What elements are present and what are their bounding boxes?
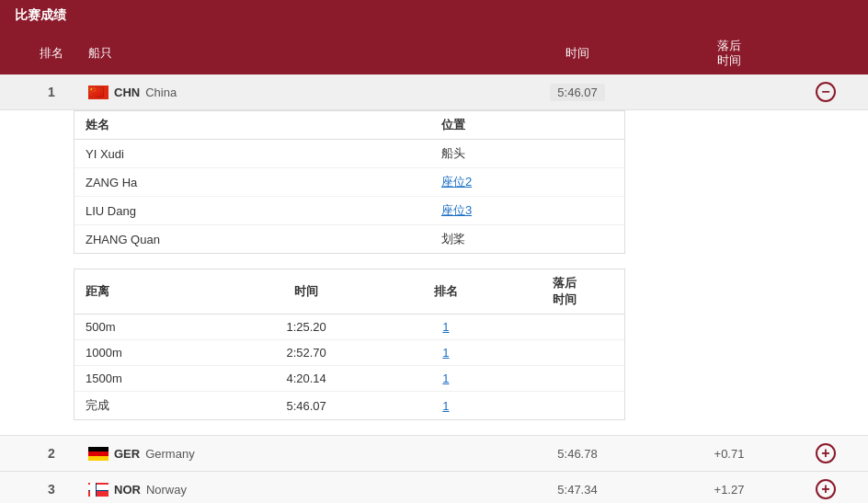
crew-table: 姓名 位置 YI Xudi 船头 ZANG Ha 座位2 [74,110,625,254]
split-row: 1500m 4:20.14 1 [74,366,624,392]
split-row: 1000m 2:52.70 1 [74,340,624,366]
time-2: 5:46.78 [495,447,660,461]
rank-1: 1 [15,85,88,99]
table-header: 排名 船只 时间 落后时间 [0,31,868,74]
boat-1: CHN China [88,86,346,99]
header-boat: 船只 [88,45,346,62]
crew-header-position: 位置 [430,111,624,140]
crew-row: ZHANG Quan 划桨 [74,225,624,254]
result-row-1: 1 CHN China 5:46.07 − [0,74,868,110]
collapse-btn-1[interactable]: − [816,82,836,102]
rank-3: 3 [15,482,88,497]
rank-2: 2 [15,446,88,461]
flag-germany [88,447,108,461]
detail-section-1: 姓名 位置 YI Xudi 船头 ZANG Ha 座位2 [0,110,868,436]
split-row: 完成 5:46.07 1 [74,392,624,420]
flag-china [88,86,108,99]
header-time: 时间 [495,45,660,62]
crew-row: ZANG Ha 座位2 [74,168,624,197]
split-header-time: 时间 [226,269,386,314]
expand-btn-3[interactable]: + [816,479,836,499]
action-1[interactable]: − [798,82,853,102]
split-header-behind: 落后时间 [506,269,624,314]
action-2[interactable]: + [798,443,853,463]
splits-table: 距离 时间 排名 落后时间 5 [74,269,625,420]
expand-btn-2[interactable]: + [816,443,836,463]
result-row-3: 3 NOR Norway 5:47.34 +1.27 + [0,472,868,503]
behind-3: +1.27 [660,483,798,497]
section-title: 比赛成绩 [0,0,868,31]
crew-header-name: 姓名 [74,111,430,140]
time-3: 5:47.34 [495,483,660,497]
behind-2: +0.71 [660,447,798,461]
crew-row: LIU Dang 座位3 [74,197,624,225]
split-header-distance: 距离 [74,269,226,314]
crew-row: YI Xudi 船头 [74,140,624,168]
result-row-2: 2 GER Germany 5:46.78 +0.71 + [0,436,868,472]
split-header-rank: 排名 [386,269,505,314]
results-container: 比赛成绩 排名 船只 时间 落后时间 1 CHN China 5:46.07 [0,0,868,503]
action-3[interactable]: + [798,479,853,499]
header-behind: 落后时间 [660,39,798,67]
boat-2: GER Germany [88,447,346,461]
header-rank: 排名 [15,45,88,62]
boat-3: NOR Norway [88,483,346,497]
time-1: 5:46.07 [495,86,660,99]
flag-norway [88,483,108,497]
split-row: 500m 1:25.20 1 [74,314,624,340]
